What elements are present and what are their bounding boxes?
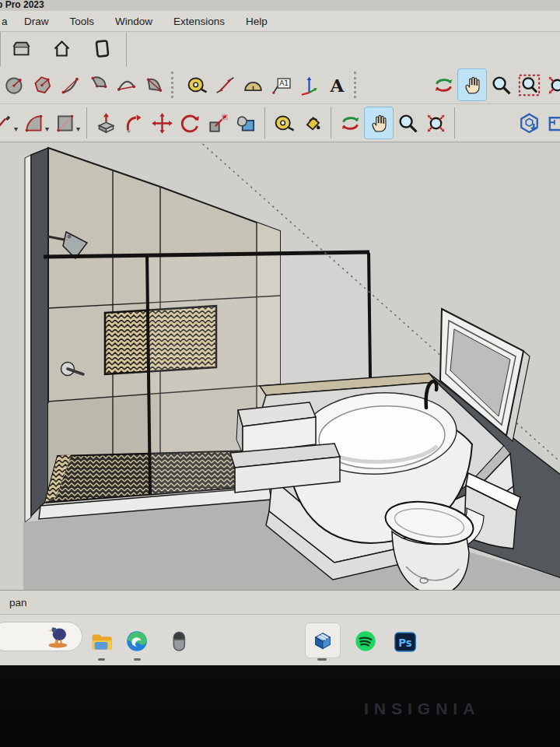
text-tool-icon: A1: [270, 74, 292, 96]
zoom-button[interactable]: [394, 107, 422, 139]
spotify-icon: [353, 629, 378, 654]
scale-button[interactable]: [204, 107, 232, 139]
toolbar-drag-handle[interactable]: [354, 72, 361, 98]
tape-measure-icon: [273, 112, 296, 135]
running-indicator: [134, 658, 141, 661]
paint-bucket-icon: [301, 112, 324, 135]
rounded-rect-button[interactable]: [88, 33, 116, 64]
rectangle-tool-icon: [54, 112, 76, 135]
text-tool-button[interactable]: A1: [267, 69, 295, 100]
toolbar-group: [270, 107, 326, 139]
toolbar-drag-handle[interactable]: [171, 72, 178, 98]
pie-tool-button[interactable]: [84, 69, 112, 100]
home-button[interactable]: [47, 33, 75, 64]
arc-wedge-button[interactable]: [19, 107, 47, 139]
bird-taskbar-button[interactable]: [43, 622, 71, 651]
home-icon: [51, 38, 72, 59]
warehouse-button[interactable]: [515, 107, 543, 139]
toolbar-row-3: ▾▾▾: [0, 103, 560, 142]
menu-item-extensions[interactable]: Extensions: [173, 16, 225, 27]
offset-button[interactable]: [232, 107, 260, 139]
zoom-window-button[interactable]: [515, 69, 543, 100]
mouse-taskbar-button[interactable]: [165, 627, 193, 655]
model-viewport[interactable]: [0, 142, 560, 590]
zoom-extents-button[interactable]: [422, 107, 450, 139]
sketchup-window: p Pro 2023 aDrawToolsWindowExtensionsHel…: [0, 0, 560, 665]
mouse-icon: [166, 629, 191, 654]
circle-tool-icon: [3, 74, 26, 96]
rounded-rect-icon: [92, 38, 113, 59]
arc-tool-icon: [59, 74, 82, 96]
running-indicator: [98, 658, 105, 661]
protractor-button[interactable]: [239, 69, 267, 100]
taskbar: Ps: [0, 614, 560, 665]
status-bar: pan: [0, 590, 560, 614]
zoom-button[interactable]: [487, 69, 515, 100]
bird-icon: [44, 624, 69, 649]
axes-button[interactable]: [295, 69, 323, 100]
tape-measure-button[interactable]: [270, 107, 298, 139]
pan-button[interactable]: [364, 107, 394, 139]
toolbar-row-2: A1A: [0, 66, 560, 103]
menu-item-draw[interactable]: Draw: [24, 16, 49, 27]
file-explorer-taskbar-button[interactable]: [87, 627, 115, 655]
rectangle-tool-button[interactable]: [51, 107, 79, 139]
polygon-tool-button[interactable]: [28, 69, 56, 100]
arc-wedge-icon: [23, 112, 45, 135]
toolbar-separator: [331, 107, 331, 139]
menu-item-help[interactable]: Help: [246, 16, 268, 27]
arc-tool-button[interactable]: [56, 69, 84, 100]
arc2-tool-button[interactable]: [112, 69, 140, 100]
cabinet-icon: [11, 38, 32, 59]
svg-text:A1: A1: [279, 79, 289, 87]
toolbar-group: [336, 107, 450, 139]
paint-bucket-button[interactable]: [298, 107, 326, 139]
tape-measure-icon: [186, 74, 208, 96]
orbit-button[interactable]: [336, 107, 364, 139]
edge-icon: [124, 629, 149, 654]
zoom-extents-icon: [425, 112, 447, 135]
toolbar-group: ▾▾▾: [0, 107, 82, 139]
monitor-brand: INSIGNIA: [364, 700, 480, 718]
move-button[interactable]: [148, 107, 176, 139]
pan-button[interactable]: [457, 68, 487, 101]
push-pull-icon: [95, 112, 117, 135]
pie2-tool-button[interactable]: [140, 69, 168, 100]
circle-tool-button[interactable]: [0, 69, 28, 100]
orbit-button[interactable]: [429, 69, 457, 100]
cabinet-button[interactable]: [7, 33, 35, 64]
menu-item-tools[interactable]: Tools: [70, 16, 95, 27]
follow-me-button[interactable]: [120, 107, 148, 139]
spotify-taskbar-button[interactable]: [352, 627, 380, 655]
axes-icon: [298, 74, 320, 96]
photoshop-taskbar-button[interactable]: Ps: [391, 628, 419, 656]
toolbar-separator: [86, 107, 87, 139]
scale-icon: [207, 112, 229, 135]
menu-item-window[interactable]: Window: [115, 16, 152, 27]
toolbar-group: [515, 107, 560, 139]
dimension-button[interactable]: [211, 69, 239, 100]
zoom-extents-button[interactable]: [543, 69, 560, 100]
viewport-canvas[interactable]: [0, 142, 560, 590]
line-tool-button[interactable]: [0, 107, 16, 139]
follow-me-icon: [123, 112, 145, 135]
zoom-icon: [490, 74, 513, 96]
window-title: p Pro 2023: [0, 0, 44, 10]
text-3d-button[interactable]: A: [323, 69, 351, 100]
pie2-tool-icon: [143, 74, 166, 96]
edge-taskbar-button[interactable]: [123, 627, 151, 655]
tape-measure-button[interactable]: [183, 69, 211, 100]
offset-icon: [235, 112, 257, 135]
taskbar-search-pill[interactable]: [0, 622, 82, 651]
menu-item-a[interactable]: a: [2, 16, 8, 27]
extension-button[interactable]: [543, 107, 560, 139]
zoom-window-icon: [518, 74, 541, 96]
sketchup-taskbar-button[interactable]: [305, 622, 341, 658]
toolbar-separator: [264, 107, 265, 139]
toolbar-group: [429, 68, 560, 101]
warehouse-icon: [518, 112, 541, 135]
rotate-icon: [179, 112, 201, 135]
file-explorer-icon: [89, 629, 114, 654]
rotate-button[interactable]: [176, 107, 204, 139]
push-pull-button[interactable]: [92, 107, 120, 139]
